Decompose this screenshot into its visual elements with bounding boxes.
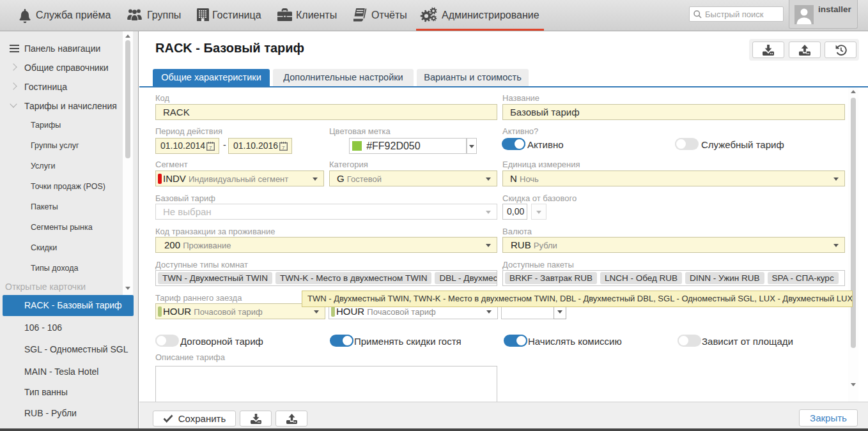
svg-text:7: 7: [209, 145, 212, 151]
svg-text:7: 7: [282, 145, 285, 151]
